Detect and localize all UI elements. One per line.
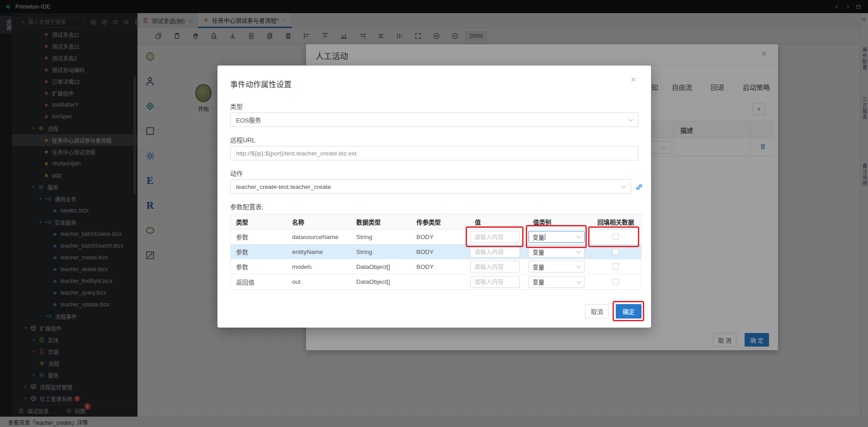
- chevron-down-icon: [576, 249, 581, 253]
- remote-url-value: http://${ip}:${port}/test.teacher_create…: [236, 150, 356, 157]
- value-category-value: 变量: [533, 233, 544, 241]
- param-name: out: [287, 278, 351, 285]
- column-header: 数据类型: [351, 217, 411, 226]
- param-type: 参数: [231, 247, 287, 256]
- chevron-down-icon: [628, 117, 633, 122]
- value-category-value: 变量: [533, 263, 544, 271]
- backfill-checkbox[interactable]: [613, 263, 619, 270]
- value-category-value: 变量: [533, 248, 544, 256]
- backfill-checkbox[interactable]: [613, 249, 619, 255]
- text-cursor: [545, 234, 545, 240]
- action-select[interactable]: teacher_create-test.teacher_create: [230, 179, 631, 194]
- link-icon[interactable]: [635, 183, 644, 192]
- value-category-select[interactable]: 变量: [528, 261, 585, 272]
- chevron-down-icon: [576, 234, 581, 239]
- param-data-type: String: [351, 249, 411, 255]
- column-header: 回填相关数据: [590, 217, 642, 226]
- param-value-input[interactable]: [470, 246, 520, 258]
- column-header: 名称: [287, 217, 351, 226]
- action-label: 动作: [230, 169, 243, 178]
- param-row: 参数modelsDataObject[]BODY变量: [231, 259, 641, 274]
- backfill-checkbox[interactable]: [613, 234, 619, 240]
- remote-url-input[interactable]: http://${ip}:${port}/test.teacher_create…: [230, 146, 638, 160]
- param-row: 参数entityNameStringBODY变量: [231, 244, 641, 259]
- value-category-select[interactable]: 变量: [528, 231, 585, 243]
- param-table-caption: 参数配置表:: [230, 202, 264, 211]
- param-data-type: String: [351, 234, 411, 240]
- app-root: Primeton-IDE 资源 测试多选11测试多选11测试多选2测试自动编码订…: [0, 0, 868, 427]
- chevron-down-icon: [576, 263, 581, 268]
- param-row: 返回值outDataObject[]变量: [231, 274, 641, 289]
- column-header: 类型: [231, 217, 287, 226]
- column-header: 值: [469, 217, 528, 226]
- param-value-input[interactable]: [470, 261, 520, 272]
- param-value-input[interactable]: [470, 276, 520, 288]
- action-select-value: teacher_create-test.teacher_create: [236, 183, 331, 190]
- param-pass-type: BODY: [411, 263, 469, 270]
- param-data-type: DataObject[]: [351, 278, 411, 285]
- param-type: 参数: [231, 232, 287, 241]
- param-name: entityName: [287, 249, 351, 255]
- param-pass-type: BODY: [411, 234, 469, 240]
- confirm-button[interactable]: 确定: [616, 304, 642, 319]
- value-category-select[interactable]: 变量: [528, 276, 585, 288]
- remote-url-label: 远程URL: [230, 135, 255, 144]
- type-label: 类型: [230, 102, 243, 111]
- param-row: 参数datasourceNameStringBODY变量: [231, 230, 641, 244]
- chevron-down-icon: [621, 183, 626, 188]
- param-config-table: 类型名称数据类型传参类型值值类别回填相关数据 参数datasourceNameS…: [230, 214, 642, 290]
- param-pass-type: BODY: [411, 249, 469, 255]
- chevron-down-icon: [576, 278, 581, 283]
- column-header: 传参类型: [411, 217, 469, 226]
- column-header: 值类别: [528, 217, 590, 226]
- type-select[interactable]: EOS服务: [230, 113, 638, 127]
- param-data-type: DataObject[]: [351, 263, 411, 270]
- backfill-checkbox[interactable]: [613, 279, 619, 285]
- type-select-value: EOS服务: [236, 115, 261, 124]
- param-name: models: [287, 263, 351, 270]
- param-type: 返回值: [231, 277, 287, 286]
- param-type: 参数: [231, 262, 287, 271]
- param-name: datasourceName: [287, 234, 351, 240]
- event-action-properties-dialog: 事件动作属性设置 类型 EOS服务 远程URL http://${ip}:${p…: [217, 66, 651, 328]
- value-category-select[interactable]: 变量: [528, 246, 585, 258]
- param-value-input[interactable]: [470, 231, 520, 243]
- close-icon[interactable]: [630, 76, 637, 83]
- value-category-value: 变量: [533, 277, 544, 286]
- cancel-button[interactable]: 取消: [585, 304, 609, 319]
- dialog-title: 事件动作属性设置: [230, 78, 292, 89]
